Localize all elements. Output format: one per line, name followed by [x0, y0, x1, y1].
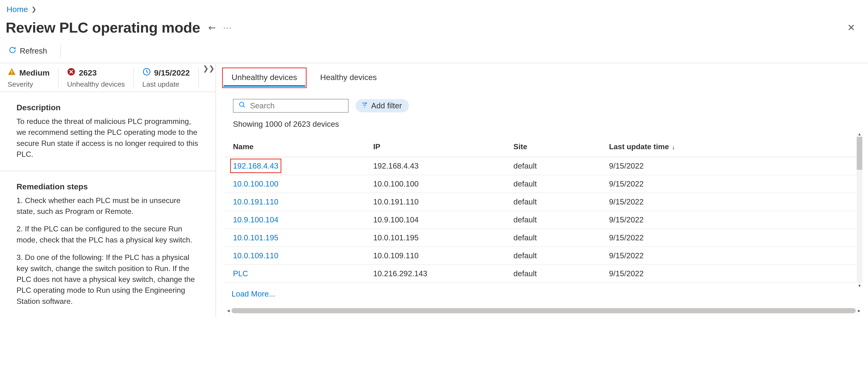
- device-updated: 9/15/2022: [601, 211, 862, 229]
- remediation-step: 1. Check whether each PLC must be in uns…: [17, 195, 200, 217]
- scroll-right-arrow-icon[interactable]: ▸: [856, 308, 862, 314]
- device-list-pane: Unhealthy devices Healthy devices Add fi…: [216, 63, 868, 317]
- remediation-step: 3. Do one of the following: If the PLC h…: [17, 252, 200, 307]
- page-title: Review PLC operating mode: [6, 19, 200, 36]
- device-table-wrap: Name IP Site Last update time↓ 192.168.4…: [225, 137, 862, 283]
- unhealthy-label: Unhealthy devices: [67, 80, 125, 88]
- horizontal-scrollbar[interactable]: ◂ ▸: [225, 308, 862, 314]
- load-more: Load More...: [223, 283, 868, 299]
- description-heading: Description: [17, 103, 200, 112]
- scroll-thumb[interactable]: [231, 308, 856, 313]
- tab-healthy-devices[interactable]: Healthy devices: [312, 69, 385, 87]
- search-input[interactable]: [250, 101, 347, 110]
- device-updated: 9/15/2022: [601, 229, 862, 247]
- load-more-link[interactable]: Load More...: [231, 289, 275, 298]
- device-name-link[interactable]: 10.0.100.100: [233, 179, 278, 188]
- device-name-link[interactable]: 10.0.101.195: [233, 233, 278, 242]
- filter-icon: [361, 101, 368, 110]
- device-updated: 9/15/2022: [601, 265, 862, 283]
- severity-label: Severity: [7, 80, 50, 88]
- device-name-link[interactable]: 10.0.191.110: [233, 197, 278, 206]
- breadcrumb: Home ❯: [0, 0, 868, 16]
- scroll-thumb[interactable]: [857, 137, 862, 170]
- device-site: default: [505, 247, 601, 265]
- device-site: default: [505, 157, 601, 175]
- pin-icon[interactable]: ↙︎: [206, 21, 219, 34]
- col-name[interactable]: Name: [225, 137, 365, 157]
- vertical-scrollbar[interactable]: ▴ ▾: [857, 137, 862, 283]
- metric-last-update: 9/15/2022 Last update: [134, 67, 199, 88]
- remediation-step: 2. If the PLC can be configured to the s…: [17, 223, 200, 245]
- metric-unhealthy: 2623 Unhealthy devices: [59, 67, 134, 88]
- remediation-section: Remediation steps 1. Check whether each …: [0, 171, 216, 318]
- last-update-value: 9/15/2022: [154, 68, 190, 78]
- device-site: default: [505, 211, 601, 229]
- unhealthy-count: 2623: [79, 68, 97, 78]
- title-bar: Review PLC operating mode ↙︎ ··· ✕: [0, 16, 868, 39]
- collapse-metrics-button[interactable]: ❯❯: [203, 64, 215, 73]
- refresh-label: Refresh: [20, 47, 47, 55]
- svg-rect-0: [11, 70, 12, 73]
- metric-severity: Medium Severity: [7, 67, 59, 88]
- device-site: default: [505, 265, 601, 283]
- table-row[interactable]: PLC10.216.292.143default9/15/2022: [225, 265, 862, 283]
- search-box[interactable]: [233, 99, 348, 113]
- more-actions-button[interactable]: ···: [223, 23, 232, 32]
- col-last-update[interactable]: Last update time↓: [601, 137, 862, 157]
- list-toolbar: Add filter: [223, 99, 868, 113]
- device-tabs: Unhealthy devices Healthy devices: [223, 69, 868, 87]
- command-bar: Refresh: [0, 39, 868, 63]
- results-count: Showing 1000 of 2623 devices: [223, 120, 868, 129]
- last-update-label: Last update: [143, 80, 190, 88]
- chevron-right-icon: ❯: [31, 6, 36, 13]
- error-icon: [67, 67, 75, 78]
- command-separator: [60, 45, 61, 57]
- refresh-button[interactable]: Refresh: [8, 46, 47, 56]
- table-row[interactable]: 192.168.4.43192.168.4.43default9/15/2022: [225, 157, 862, 175]
- add-filter-button[interactable]: Add filter: [355, 99, 409, 112]
- device-ip: 10.9.100.104: [365, 211, 505, 229]
- device-ip: 10.0.100.100: [365, 175, 505, 193]
- add-filter-label: Add filter: [371, 101, 402, 110]
- device-updated: 9/15/2022: [601, 193, 862, 211]
- device-site: default: [505, 193, 601, 211]
- refresh-icon: [8, 46, 17, 56]
- device-updated: 9/15/2022: [601, 157, 862, 175]
- scroll-up-arrow-icon[interactable]: ▴: [857, 131, 862, 137]
- warning-icon: [7, 67, 16, 78]
- scroll-down-arrow-icon[interactable]: ▾: [857, 283, 862, 288]
- description-section: Description To reduce the threat of mali…: [0, 92, 216, 171]
- close-button[interactable]: ✕: [847, 22, 855, 33]
- clock-icon: [143, 67, 151, 78]
- sort-down-icon: ↓: [672, 143, 675, 151]
- device-ip: 10.216.292.143: [365, 265, 505, 283]
- table-row[interactable]: 10.0.109.11010.0.109.110default9/15/2022: [225, 247, 862, 265]
- device-site: default: [505, 229, 601, 247]
- tab-unhealthy-devices[interactable]: Unhealthy devices: [223, 69, 305, 87]
- scroll-left-arrow-icon[interactable]: ◂: [225, 308, 231, 314]
- table-row[interactable]: 10.9.100.10410.9.100.104default9/15/2022: [225, 211, 862, 229]
- device-name-link[interactable]: 192.168.4.43: [233, 162, 278, 170]
- svg-rect-1: [11, 74, 12, 74]
- device-updated: 9/15/2022: [601, 247, 862, 265]
- device-ip: 10.0.109.110: [365, 247, 505, 265]
- device-ip: 192.168.4.43: [365, 157, 505, 175]
- device-name-link[interactable]: 10.9.100.104: [233, 215, 278, 224]
- col-ip[interactable]: IP: [365, 137, 505, 157]
- table-row[interactable]: 10.0.100.10010.0.100.100default9/15/2022: [225, 175, 862, 193]
- device-site: default: [505, 175, 601, 193]
- device-name-link[interactable]: 10.0.109.110: [233, 251, 278, 260]
- device-name-link[interactable]: PLC: [233, 269, 248, 278]
- description-body: To reduce the threat of malicious PLC pr…: [17, 116, 200, 160]
- table-row[interactable]: 10.0.191.11010.0.191.110default9/15/2022: [225, 193, 862, 211]
- metrics-row: Medium Severity 2623 Unhealthy devices: [0, 63, 216, 92]
- breadcrumb-home-link[interactable]: Home: [7, 5, 28, 14]
- details-pane: Medium Severity 2623 Unhealthy devices: [0, 63, 216, 317]
- remediation-heading: Remediation steps: [17, 182, 200, 191]
- device-ip: 10.0.101.195: [365, 229, 505, 247]
- col-site[interactable]: Site: [505, 137, 601, 157]
- table-row[interactable]: 10.0.101.19510.0.101.195default9/15/2022: [225, 229, 862, 247]
- search-icon: [239, 101, 246, 110]
- svg-point-4: [240, 102, 244, 107]
- severity-value: Medium: [19, 68, 50, 78]
